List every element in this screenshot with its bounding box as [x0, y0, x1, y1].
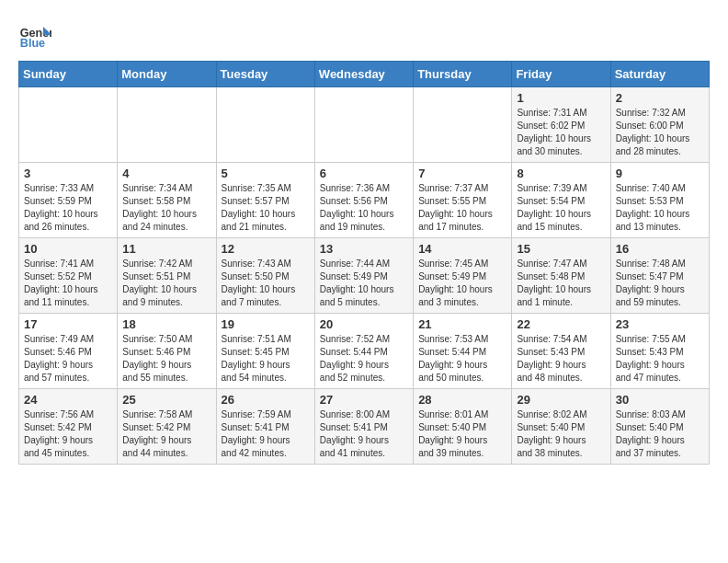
week-row-1: 1Sunrise: 7:31 AM Sunset: 6:02 PM Daylig… [19, 87, 710, 163]
day-cell: 7Sunrise: 7:37 AM Sunset: 5:55 PM Daylig… [414, 163, 512, 238]
week-row-3: 10Sunrise: 7:41 AM Sunset: 5:52 PM Dayli… [19, 238, 710, 314]
calendar-body: 1Sunrise: 7:31 AM Sunset: 6:02 PM Daylig… [19, 87, 710, 465]
day-header-tuesday: Tuesday [216, 62, 314, 87]
calendar-header: SundayMondayTuesdayWednesdayThursdayFrid… [19, 62, 710, 87]
week-row-2: 3Sunrise: 7:33 AM Sunset: 5:59 PM Daylig… [19, 163, 710, 238]
day-number: 12 [222, 242, 310, 256]
day-cell: 29Sunrise: 8:02 AM Sunset: 5:40 PM Dayli… [512, 389, 610, 465]
day-number: 23 [616, 317, 704, 331]
day-info: Sunrise: 7:58 AM Sunset: 5:42 PM Dayligh… [122, 408, 210, 460]
day-cell [19, 87, 118, 163]
day-number: 18 [122, 317, 210, 331]
day-info: Sunrise: 7:41 AM Sunset: 5:52 PM Dayligh… [24, 258, 112, 309]
day-cell: 12Sunrise: 7:43 AM Sunset: 5:50 PM Dayli… [216, 238, 314, 314]
day-info: Sunrise: 7:50 AM Sunset: 5:46 PM Dayligh… [122, 333, 210, 385]
day-cell: 23Sunrise: 7:55 AM Sunset: 5:43 PM Dayli… [610, 314, 709, 389]
day-cell: 10Sunrise: 7:41 AM Sunset: 5:52 PM Dayli… [19, 238, 118, 314]
day-cell: 11Sunrise: 7:42 AM Sunset: 5:51 PM Dayli… [118, 238, 216, 314]
day-cell: 3Sunrise: 7:33 AM Sunset: 5:59 PM Daylig… [19, 163, 118, 238]
day-info: Sunrise: 8:01 AM Sunset: 5:40 PM Dayligh… [418, 408, 506, 460]
day-number: 5 [222, 167, 310, 180]
day-number: 3 [24, 167, 112, 180]
day-info: Sunrise: 7:42 AM Sunset: 5:51 PM Dayligh… [122, 258, 210, 309]
day-info: Sunrise: 7:32 AM Sunset: 6:00 PM Dayligh… [616, 107, 704, 158]
day-cell [414, 87, 512, 163]
day-info: Sunrise: 7:54 AM Sunset: 5:43 PM Dayligh… [517, 333, 605, 385]
day-info: Sunrise: 7:36 AM Sunset: 5:56 PM Dayligh… [320, 182, 408, 234]
day-info: Sunrise: 7:43 AM Sunset: 5:50 PM Dayligh… [222, 258, 310, 309]
day-info: Sunrise: 7:33 AM Sunset: 5:59 PM Dayligh… [24, 182, 112, 234]
day-number: 11 [122, 242, 210, 256]
day-cell: 18Sunrise: 7:50 AM Sunset: 5:46 PM Dayli… [118, 314, 216, 389]
day-cell [216, 87, 314, 163]
logo-icon: General Blue [18, 18, 51, 52]
calendar-table: SundayMondayTuesdayWednesdayThursdayFrid… [18, 61, 710, 465]
day-cell [314, 87, 413, 163]
day-info: Sunrise: 7:56 AM Sunset: 5:42 PM Dayligh… [24, 408, 112, 460]
day-cell: 19Sunrise: 7:51 AM Sunset: 5:45 PM Dayli… [216, 314, 314, 389]
day-info: Sunrise: 7:51 AM Sunset: 5:45 PM Dayligh… [222, 333, 310, 385]
day-number: 20 [320, 317, 408, 331]
day-number: 1 [517, 91, 605, 105]
day-info: Sunrise: 7:59 AM Sunset: 5:41 PM Dayligh… [222, 408, 310, 460]
day-cell: 15Sunrise: 7:47 AM Sunset: 5:48 PM Dayli… [512, 238, 610, 314]
day-info: Sunrise: 7:45 AM Sunset: 5:49 PM Dayligh… [418, 258, 506, 309]
day-header-wednesday: Wednesday [314, 62, 413, 87]
day-number: 29 [517, 393, 605, 407]
logo: General Blue [18, 18, 51, 52]
day-number: 22 [517, 317, 605, 331]
day-info: Sunrise: 8:00 AM Sunset: 5:41 PM Dayligh… [320, 408, 408, 460]
day-header-saturday: Saturday [610, 62, 709, 87]
day-info: Sunrise: 7:55 AM Sunset: 5:43 PM Dayligh… [616, 333, 704, 385]
day-cell: 16Sunrise: 7:48 AM Sunset: 5:47 PM Dayli… [610, 238, 709, 314]
day-number: 13 [320, 242, 408, 256]
day-cell: 26Sunrise: 7:59 AM Sunset: 5:41 PM Dayli… [216, 389, 314, 465]
day-number: 8 [517, 167, 605, 180]
day-cell: 22Sunrise: 7:54 AM Sunset: 5:43 PM Dayli… [512, 314, 610, 389]
day-info: Sunrise: 7:53 AM Sunset: 5:44 PM Dayligh… [418, 333, 506, 385]
day-number: 24 [24, 393, 112, 407]
day-number: 27 [320, 393, 408, 407]
day-number: 10 [24, 242, 112, 256]
day-cell: 6Sunrise: 7:36 AM Sunset: 5:56 PM Daylig… [314, 163, 413, 238]
day-cell: 25Sunrise: 7:58 AM Sunset: 5:42 PM Dayli… [118, 389, 216, 465]
day-cell: 20Sunrise: 7:52 AM Sunset: 5:44 PM Dayli… [314, 314, 413, 389]
day-cell: 21Sunrise: 7:53 AM Sunset: 5:44 PM Dayli… [414, 314, 512, 389]
week-row-5: 24Sunrise: 7:56 AM Sunset: 5:42 PM Dayli… [19, 389, 710, 465]
day-info: Sunrise: 7:47 AM Sunset: 5:48 PM Dayligh… [517, 258, 605, 309]
day-header-sunday: Sunday [19, 62, 118, 87]
day-cell: 30Sunrise: 8:03 AM Sunset: 5:40 PM Dayli… [610, 389, 709, 465]
svg-text:Blue: Blue [20, 37, 45, 50]
week-row-4: 17Sunrise: 7:49 AM Sunset: 5:46 PM Dayli… [19, 314, 710, 389]
day-cell: 27Sunrise: 8:00 AM Sunset: 5:41 PM Dayli… [314, 389, 413, 465]
day-number: 25 [122, 393, 210, 407]
day-number: 15 [517, 242, 605, 256]
day-number: 7 [418, 167, 506, 180]
day-cell: 9Sunrise: 7:40 AM Sunset: 5:53 PM Daylig… [610, 163, 709, 238]
day-number: 2 [616, 91, 704, 105]
day-cell [118, 87, 216, 163]
day-info: Sunrise: 7:39 AM Sunset: 5:54 PM Dayligh… [517, 182, 605, 234]
day-cell: 2Sunrise: 7:32 AM Sunset: 6:00 PM Daylig… [610, 87, 709, 163]
day-info: Sunrise: 7:37 AM Sunset: 5:55 PM Dayligh… [418, 182, 506, 234]
day-info: Sunrise: 7:40 AM Sunset: 5:53 PM Dayligh… [616, 182, 704, 234]
day-number: 14 [418, 242, 506, 256]
day-number: 28 [418, 393, 506, 407]
day-cell: 24Sunrise: 7:56 AM Sunset: 5:42 PM Dayli… [19, 389, 118, 465]
day-cell: 13Sunrise: 7:44 AM Sunset: 5:49 PM Dayli… [314, 238, 413, 314]
day-number: 19 [222, 317, 310, 331]
day-cell: 8Sunrise: 7:39 AM Sunset: 5:54 PM Daylig… [512, 163, 610, 238]
day-number: 30 [616, 393, 704, 407]
day-cell: 4Sunrise: 7:34 AM Sunset: 5:58 PM Daylig… [118, 163, 216, 238]
day-info: Sunrise: 7:52 AM Sunset: 5:44 PM Dayligh… [320, 333, 408, 385]
day-info: Sunrise: 8:02 AM Sunset: 5:40 PM Dayligh… [517, 408, 605, 460]
day-header-monday: Monday [118, 62, 216, 87]
day-info: Sunrise: 7:48 AM Sunset: 5:47 PM Dayligh… [616, 258, 704, 309]
day-info: Sunrise: 7:35 AM Sunset: 5:57 PM Dayligh… [222, 182, 310, 234]
day-cell: 1Sunrise: 7:31 AM Sunset: 6:02 PM Daylig… [512, 87, 610, 163]
day-info: Sunrise: 7:34 AM Sunset: 5:58 PM Dayligh… [122, 182, 210, 234]
day-header-friday: Friday [512, 62, 610, 87]
page-header: General Blue [18, 18, 710, 52]
day-number: 9 [616, 167, 704, 180]
day-info: Sunrise: 7:31 AM Sunset: 6:02 PM Dayligh… [517, 107, 605, 158]
